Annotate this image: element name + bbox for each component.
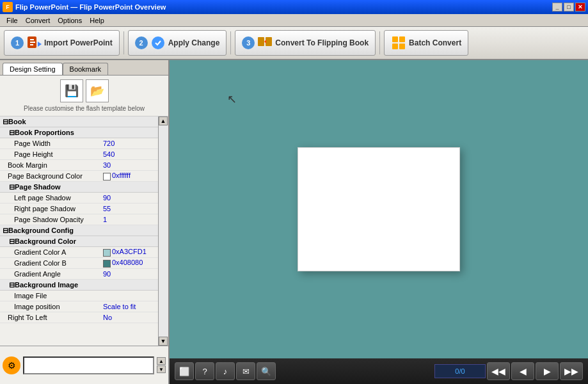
menu-options[interactable]: Options [54, 15, 86, 26]
audio-button[interactable]: ♪ [216, 362, 235, 380]
prev-button[interactable]: ◀ [511, 362, 534, 380]
prop-label-17: Image position [0, 303, 100, 310]
sep1 [123, 31, 124, 54]
page-display[interactable] [434, 364, 486, 378]
left-panel: Design Setting Bookmark 💾 📂 Please custo… [0, 60, 170, 384]
prop-row-16[interactable]: Image File [0, 291, 158, 301]
scroll-up-button[interactable]: ▲ [159, 116, 168, 125]
prop-row-7[interactable]: Left page Shadow 90 [0, 193, 158, 204]
prop-value-14: 90 [100, 270, 158, 278]
vertical-scrollbar[interactable]: ▲ ▼ [158, 116, 168, 346]
prop-value-3: 540 [100, 150, 158, 158]
prop-label-16: Image File [0, 292, 100, 300]
window-controls[interactable]: _ □ ✕ [552, 3, 585, 12]
tab-bookmark[interactable]: Bookmark [63, 63, 109, 75]
prop-group-15[interactable]: ⊟Background Image [0, 280, 158, 291]
cursor: ↖ [227, 92, 237, 106]
prop-row-2[interactable]: Page Width 720 [0, 138, 158, 149]
prop-label-14: Gradient Angle [0, 270, 100, 278]
step3-number: 3 [242, 36, 255, 49]
menu-file[interactable]: File [3, 15, 22, 26]
maximize-button[interactable]: □ [564, 3, 574, 12]
apply-label: Apply Change [168, 38, 220, 47]
svg-rect-1 [30, 39, 34, 40]
step2-number: 2 [135, 36, 148, 49]
main-area: Design Setting Bookmark 💾 📂 Please custo… [0, 60, 588, 384]
prop-label-7: Left page Shadow [0, 194, 100, 202]
prop-row-18[interactable]: Right To Left No [0, 312, 158, 323]
next-button[interactable]: ▶ [536, 362, 559, 380]
prop-row-9[interactable]: Page Shadow Opacity 1 [0, 214, 158, 225]
help-button[interactable]: ? [195, 362, 214, 380]
prop-label-18: Right To Left [0, 314, 100, 321]
bottom-panel: ⚙ ▲ ▼ [0, 346, 168, 384]
prop-value-13: 0x408080 [100, 259, 158, 267]
svg-rect-12 [399, 44, 405, 49]
prop-value-8: 55 [100, 205, 158, 212]
svg-rect-10 [399, 36, 405, 42]
menu-convert[interactable]: Convert [22, 15, 54, 26]
prop-label-5: Page Background Color [0, 172, 100, 180]
zoom-button[interactable]: 🔍 [257, 362, 276, 380]
prop-value-12: 0xA3CFD1 [100, 248, 158, 256]
prop-value-18: No [100, 314, 158, 321]
menu-bar: File Convert Options Help [0, 14, 588, 27]
app-icon: F [3, 2, 13, 12]
prop-row-5[interactable]: Page Background Color 0xffffff [0, 171, 158, 182]
tabs: Design Setting Bookmark [0, 60, 168, 76]
scroll-down-button[interactable]: ▼ [159, 337, 168, 346]
bottom-scroll[interactable]: ▲ ▼ [157, 357, 166, 373]
prop-group-0[interactable]: ⊟Book [0, 116, 158, 127]
scroll-down-small[interactable]: ▼ [157, 365, 166, 373]
canvas-area: ↖ [170, 60, 588, 358]
toolbar: 1 Import PowerPoint 2 Apply Change 3 Con… [0, 27, 588, 60]
svg-marker-8 [264, 40, 266, 44]
prop-row-4[interactable]: Book Margin 30 [0, 160, 158, 171]
menu-help[interactable]: Help [86, 15, 108, 26]
minimize-button[interactable]: _ [552, 3, 562, 12]
prop-label-2: Page Width [0, 140, 100, 147]
prop-row-14[interactable]: Gradient Angle 90 [0, 269, 158, 280]
svg-marker-4 [38, 42, 42, 47]
prop-label-4: Book Margin [0, 161, 100, 169]
next-next-button[interactable]: ▶▶ [560, 362, 583, 380]
prop-label-13: Gradient Color B [0, 259, 100, 267]
batch-label: Batch Convert [409, 38, 461, 47]
prop-row-13[interactable]: Gradient Color B 0x408080 [0, 258, 158, 269]
sep3 [379, 31, 380, 54]
batch-convert-button[interactable]: Batch Convert [384, 30, 468, 56]
prop-group-10[interactable]: ⊟Background Config [0, 225, 158, 236]
prop-value-2: 720 [100, 140, 158, 147]
svg-rect-11 [392, 44, 398, 49]
import-icon [26, 35, 42, 51]
title-bar: F Flip PowerPoint — Flip PowerPoint Over… [0, 0, 588, 14]
prop-row-3[interactable]: Page Height 540 [0, 149, 158, 160]
svg-point-5 [152, 36, 164, 49]
scroll-up-small[interactable]: ▲ [157, 357, 166, 365]
batch-icon [391, 35, 406, 51]
mail-button[interactable]: ✉ [236, 362, 255, 380]
prev-prev-button[interactable]: ◀◀ [487, 362, 510, 380]
apply-change-button[interactable]: 2 Apply Change [128, 30, 227, 56]
prop-group-11[interactable]: ⊟Background Color [0, 236, 158, 247]
import-powerpoint-button[interactable]: 1 Import PowerPoint [4, 30, 120, 56]
prop-group-6[interactable]: ⊟Page Shadow [0, 182, 158, 193]
prop-row-12[interactable]: Gradient Color A 0xA3CFD1 [0, 247, 158, 258]
prop-group-1[interactable]: ⊟Book Proportions [0, 127, 158, 138]
close-button[interactable]: ✕ [575, 3, 585, 12]
convert-label: Convert To Flipping Book [275, 38, 369, 47]
prop-value-7: 90 [100, 194, 158, 202]
bottom-toolbar: ⬜ ? ♪ ✉ 🔍 ◀◀ ◀ ▶ ▶▶ [170, 358, 588, 384]
convert-button[interactable]: 3 Convert To Flipping Book [235, 30, 376, 56]
bottom-input-field[interactable] [23, 356, 154, 374]
load-template-icon[interactable]: 📂 [86, 79, 109, 102]
right-area: ↖ ⬜ ? ♪ ✉ 🔍 ◀◀ ◀ ▶ ▶▶ [170, 60, 588, 384]
prop-row-17[interactable]: Image position Scale to fit [0, 301, 158, 312]
screenshot-button[interactable]: ⬜ [175, 362, 194, 380]
tab-design-setting[interactable]: Design Setting [3, 63, 63, 75]
prop-row-8[interactable]: Right page Shadow 55 [0, 204, 158, 214]
svg-rect-2 [30, 42, 35, 43]
prop-label-3: Page Height [0, 150, 100, 158]
save-template-icon[interactable]: 💾 [60, 79, 83, 102]
property-tree[interactable]: ⊟Book⊟Book Proportions Page Width 720 Pa… [0, 116, 158, 346]
